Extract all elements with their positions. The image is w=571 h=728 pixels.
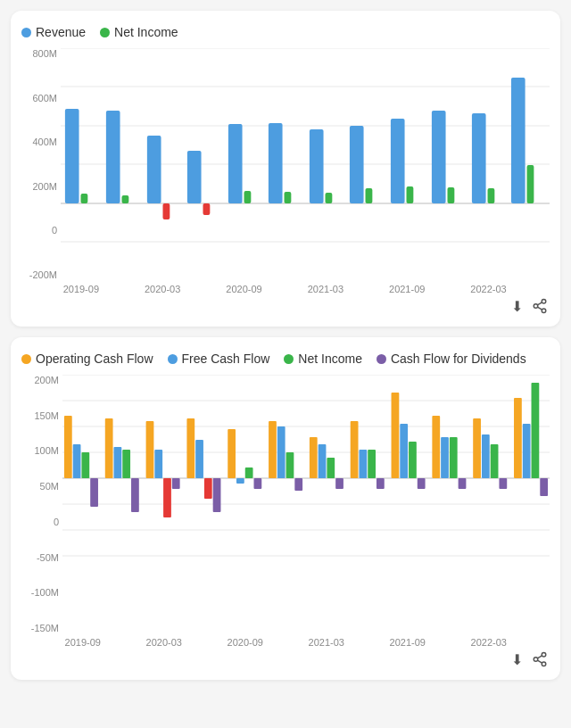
chart1-area: 800M 600M 400M 200M 0 -200M [21, 48, 550, 318]
svg-rect-72 [359, 450, 367, 478]
svg-rect-71 [351, 421, 359, 478]
svg-rect-67 [310, 437, 318, 478]
svg-rect-44 [73, 444, 81, 478]
svg-rect-47 [105, 418, 113, 478]
svg-rect-86 [499, 478, 507, 489]
chart1-legend: Revenue Net Income [21, 25, 550, 39]
svg-rect-84 [482, 434, 490, 478]
svg-rect-65 [286, 452, 294, 478]
svg-rect-7 [81, 194, 88, 203]
svg-rect-53 [163, 478, 171, 517]
svg-point-91 [542, 653, 546, 658]
ocf-dot [21, 354, 31, 364]
svg-rect-57 [204, 478, 212, 499]
svg-point-32 [542, 309, 546, 313]
chart1-actions: ⬇ [21, 298, 550, 318]
svg-rect-90 [540, 478, 548, 496]
svg-point-92 [534, 658, 538, 662]
ni2-label: Net Income [298, 352, 362, 366]
chart2-x-axis: 2019-09 2020-03 2020-09 2021-03 2021-09 … [21, 637, 550, 648]
svg-rect-64 [277, 426, 286, 478]
chart1-share-icon[interactable] [532, 298, 548, 318]
ocf-label: Operating Cash Flow [36, 352, 153, 366]
svg-rect-66 [294, 478, 302, 491]
svg-rect-78 [418, 478, 426, 489]
svg-rect-89 [532, 383, 540, 478]
revenue-dot [21, 28, 31, 37]
ni2-dot [284, 354, 294, 364]
svg-point-30 [542, 300, 546, 304]
chart1-x-axis: 2019-09 2020-03 2020-09 2021-03 2021-09 … [21, 284, 550, 294]
svg-rect-48 [114, 447, 122, 478]
svg-rect-8 [106, 111, 120, 203]
svg-rect-88 [523, 424, 531, 478]
svg-rect-63 [269, 421, 277, 478]
svg-rect-46 [90, 478, 98, 507]
net-income-label: Net Income [114, 25, 178, 39]
svg-rect-6 [65, 109, 79, 203]
svg-rect-74 [377, 478, 385, 489]
chart2-share-icon[interactable] [532, 651, 548, 671]
chart1-svg [61, 48, 550, 280]
svg-rect-9 [122, 195, 129, 203]
svg-rect-49 [122, 450, 130, 478]
svg-rect-68 [319, 444, 327, 478]
chart-cash-flow: Operating Cash Flow Free Cash Flow Net I… [11, 337, 560, 680]
chart2-area: 200M 150M 100M 50M 0 -50M -100M -150M [21, 375, 550, 671]
chart1-download-icon[interactable]: ⬇ [511, 298, 523, 318]
svg-rect-69 [327, 458, 335, 478]
svg-rect-24 [432, 111, 446, 203]
net-income-dot [100, 28, 110, 37]
div-label: Cash Flow for Dividends [391, 352, 526, 366]
revenue-label: Revenue [36, 25, 86, 39]
svg-rect-75 [392, 393, 400, 478]
svg-rect-11 [162, 203, 170, 219]
svg-rect-26 [472, 113, 486, 203]
svg-rect-77 [409, 442, 417, 478]
svg-rect-87 [514, 398, 522, 478]
chart2-actions: ⬇ [21, 651, 550, 671]
chart2-svg [62, 375, 550, 633]
svg-rect-23 [407, 186, 414, 203]
svg-rect-14 [228, 124, 243, 203]
legend-ni2: Net Income [284, 352, 362, 366]
svg-rect-61 [245, 467, 253, 478]
fcf-label: Free Cash Flow [182, 352, 270, 366]
svg-line-94 [537, 660, 542, 663]
svg-rect-83 [473, 418, 481, 478]
chart2-y-axis: 200M 150M 100M 50M 0 -50M -100M -150M [21, 375, 62, 633]
svg-rect-55 [186, 418, 194, 478]
svg-rect-12 [187, 151, 202, 203]
svg-line-34 [537, 302, 542, 305]
svg-rect-18 [310, 129, 324, 203]
svg-line-95 [537, 656, 542, 658]
svg-rect-25 [448, 187, 455, 203]
svg-line-33 [537, 307, 542, 310]
chart2-legend: Operating Cash Flow Free Cash Flow Net I… [21, 352, 550, 366]
svg-rect-20 [350, 126, 364, 203]
chart1-y-axis: 800M 600M 400M 200M 0 -200M [21, 48, 61, 280]
chart2-download-icon[interactable]: ⬇ [511, 651, 523, 671]
svg-rect-80 [441, 437, 449, 478]
svg-rect-81 [450, 437, 458, 478]
svg-rect-43 [64, 416, 72, 478]
svg-rect-16 [269, 123, 283, 203]
svg-rect-60 [236, 478, 244, 484]
chart-revenue-net-income: Revenue Net Income 800M 600M 400M 200M 0… [11, 11, 560, 327]
svg-rect-82 [459, 478, 467, 489]
svg-rect-50 [131, 478, 139, 512]
svg-rect-28 [511, 78, 525, 203]
svg-point-31 [534, 304, 538, 309]
legend-ocf: Operating Cash Flow [21, 352, 153, 366]
svg-rect-15 [244, 191, 252, 203]
svg-rect-17 [285, 192, 292, 203]
svg-rect-52 [154, 450, 162, 478]
svg-rect-45 [81, 452, 89, 478]
svg-rect-27 [488, 188, 495, 203]
svg-rect-22 [391, 119, 405, 203]
svg-point-93 [542, 662, 546, 666]
svg-rect-85 [491, 444, 499, 478]
chart1-plot [61, 48, 550, 280]
fcf-dot [168, 354, 178, 364]
svg-rect-58 [213, 478, 221, 512]
